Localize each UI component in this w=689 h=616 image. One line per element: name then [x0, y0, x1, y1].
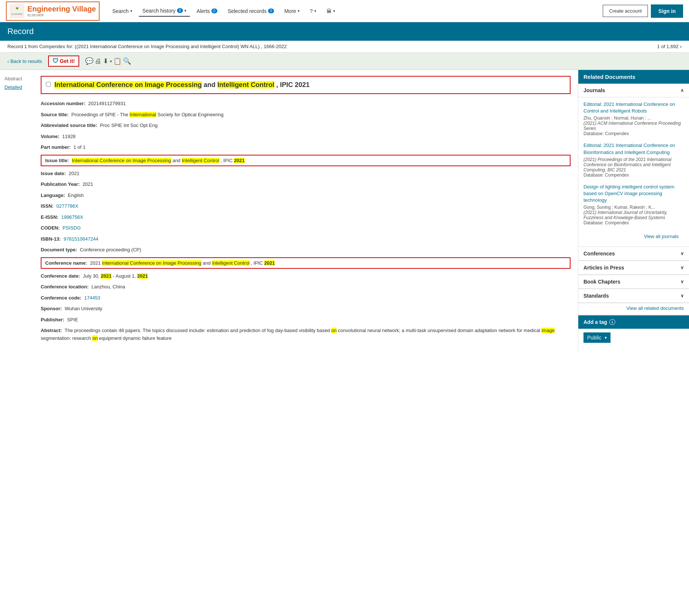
articles-in-press-section: Articles in Press ∨ [578, 261, 689, 275]
isbn13-link[interactable]: 9781510647244 [64, 236, 98, 242]
view-all-journals-link[interactable]: View all journals [583, 231, 684, 243]
svg-text:🌳: 🌳 [16, 7, 19, 10]
title-part-3: Intelligent Control [217, 81, 274, 88]
field-publication-year: Publication Year: 2021 [41, 181, 571, 188]
toolbar-icons: 💬 🖨 ⬇ ▾ 📋 🔍 [85, 57, 131, 65]
journal-item-title[interactable]: Editorial: 2021 International Conference… [583, 142, 684, 155]
tab-detailed[interactable]: Detailed [4, 84, 29, 90]
book-chapters-header[interactable]: Book Chapters ∨ [578, 275, 689, 289]
journal-item-title[interactable]: Editorial: 2021 International Conference… [583, 101, 684, 114]
journal-item-authors: Zhu, Quanxin ; Normal, Hunan ; ... [583, 116, 684, 121]
title-part-1: International Conference on Image Proces… [54, 81, 202, 88]
chevron-up-icon: ∧ [680, 88, 684, 93]
title-part-4: , IPIC [276, 81, 295, 88]
search-icon[interactable]: 🔍 [123, 57, 131, 65]
journal-item-source: (2021) International Journal of Uncertai… [583, 210, 684, 220]
field-conference-location: Conference location: Lanzhou, China [41, 283, 571, 291]
sign-in-button[interactable]: Sign in [651, 4, 683, 18]
coden-link[interactable]: PSISDG [63, 225, 81, 231]
conf-date-year2: 2021 [137, 273, 148, 279]
nav-alerts[interactable]: Alerts 0 [193, 6, 221, 16]
record-checkbox[interactable] [46, 82, 51, 87]
book-chapters-section: Book Chapters ∨ [578, 275, 689, 289]
chevron-down-icon: ∨ [680, 265, 684, 270]
info-icon[interactable]: i [609, 319, 615, 325]
field-issn: ISSN: 0277786X [41, 202, 571, 210]
field-issue-date: Issue date: 2021 [41, 170, 571, 177]
help-icon: ? [310, 8, 313, 14]
page-title-bar: Record [0, 22, 689, 41]
content-area: International Conference on Image Proces… [33, 70, 578, 352]
comment-icon[interactable]: 💬 [85, 57, 93, 65]
copy-icon[interactable]: 📋 [113, 57, 121, 65]
field-conference-date: Conference date: July 30, 2021 - August … [41, 272, 571, 280]
main-nav: Search ▾ Search history 6 ▾ Alerts 0 Sel… [108, 6, 603, 17]
articles-in-press-header[interactable]: Articles in Press ∨ [578, 261, 689, 275]
standards-section: Standards ∨ [578, 289, 689, 303]
record-title: International Conference on Image Proces… [54, 80, 310, 90]
nav-help[interactable]: ? ▾ [306, 6, 320, 16]
list-item: Design of lighting intelligent control s… [583, 184, 684, 226]
record-count: 1 of 1,692 [657, 44, 679, 49]
journal-item-title[interactable]: Design of lighting intelligent control s… [583, 184, 684, 204]
elsevier-logo-icon: 🌳 ELSEVIER [10, 4, 24, 19]
svg-text:ELSEVIER: ELSEVIER [11, 13, 23, 15]
journals-subsection-header[interactable]: Journals ∧ [578, 84, 689, 97]
download-icon[interactable]: ⬇ [103, 57, 108, 65]
issn-link[interactable]: 0277786X [56, 203, 78, 209]
nav-selected-records[interactable]: Selected records 0 [224, 6, 278, 16]
standards-header[interactable]: Standards ∨ [578, 289, 689, 303]
field-abstract: Abstract: The proceedings contain 48 pap… [41, 327, 571, 342]
conferences-section: Conferences ∨ [578, 247, 689, 261]
logo[interactable]: 🌳 ELSEVIER Engineering Village ELSEVIER [6, 1, 100, 21]
journal-list: Editorial: 2021 International Conference… [578, 97, 689, 247]
shield-icon: 🛡 [53, 58, 58, 64]
conference-code-link[interactable]: 174453 [84, 295, 100, 301]
back-to-results-link[interactable]: ‹ Back to results [7, 58, 42, 64]
add-tag-header: Add a tag i [578, 315, 689, 329]
left-sidebar: Abstract Detailed [0, 70, 33, 352]
field-accession-number: Accession number: 20214911279931 [41, 100, 571, 107]
chevron-down-icon: ▾ [184, 9, 186, 13]
field-document-type: Document type: Conference proceeding (CP… [41, 246, 571, 254]
conferences-header[interactable]: Conferences ∨ [578, 247, 689, 261]
field-eissn: E-ISSN: 1996756X [41, 214, 571, 221]
journal-item-db: Database: Compendex [583, 131, 684, 136]
page-title: Record [7, 27, 34, 36]
right-sidebar: Related Documents Journals ∧ Editorial: … [578, 70, 689, 352]
record-info-bar: Record 1 from Compendex for: ((2021 Inte… [0, 41, 689, 53]
conference-name-box: Conference name: 2021 International Conf… [41, 257, 571, 269]
nav-institution[interactable]: 🏛 ▾ [323, 6, 339, 16]
list-item: Editorial: 2021 International Conference… [583, 142, 684, 177]
header-right: Create account Sign in [603, 4, 683, 18]
view-all-related-link[interactable]: View all related documents [578, 303, 689, 315]
list-item: Editorial: 2021 International Conference… [583, 101, 684, 136]
get-it-button[interactable]: 🛡 Get it! [48, 56, 79, 67]
add-tag-section: Add a tag i Public [578, 315, 689, 346]
conf-name-year: 2021 [264, 260, 275, 266]
field-source-title: Source title: Proceedings of SPIE - The … [41, 111, 571, 118]
svg-rect-0 [10, 4, 24, 19]
back-arrow-icon: ‹ [7, 58, 9, 64]
logo-text: Engineering Village [27, 5, 96, 13]
select-wrapper: Public [583, 332, 611, 343]
tab-abstract[interactable]: Abstract [4, 76, 29, 81]
public-select[interactable]: Public [583, 332, 611, 343]
eissn-link[interactable]: 1996756X [61, 214, 83, 220]
chevron-down-icon: ▾ [130, 9, 132, 13]
institution-icon: 🏛 [327, 8, 332, 14]
chevron-down-icon: ∨ [680, 293, 684, 298]
chevron-down-icon[interactable]: ▾ [110, 59, 112, 63]
title-part-2: and [204, 81, 217, 88]
nav-search[interactable]: Search ▾ [108, 6, 136, 16]
field-part-number: Part number: 1 of 1 [41, 144, 571, 151]
next-record-arrow[interactable]: › [680, 44, 682, 49]
print-icon[interactable]: 🖨 [95, 57, 101, 65]
nav-search-history[interactable]: Search history 6 ▾ [139, 6, 190, 17]
field-volume: Volume: 11928 [41, 133, 571, 140]
field-language: Language: English [41, 192, 571, 199]
record-nav: 1 of 1,692 › [657, 44, 682, 49]
nav-more[interactable]: More ▾ [281, 6, 303, 16]
issue-title-year: 2021 [234, 158, 245, 163]
create-account-button[interactable]: Create account [603, 5, 648, 17]
